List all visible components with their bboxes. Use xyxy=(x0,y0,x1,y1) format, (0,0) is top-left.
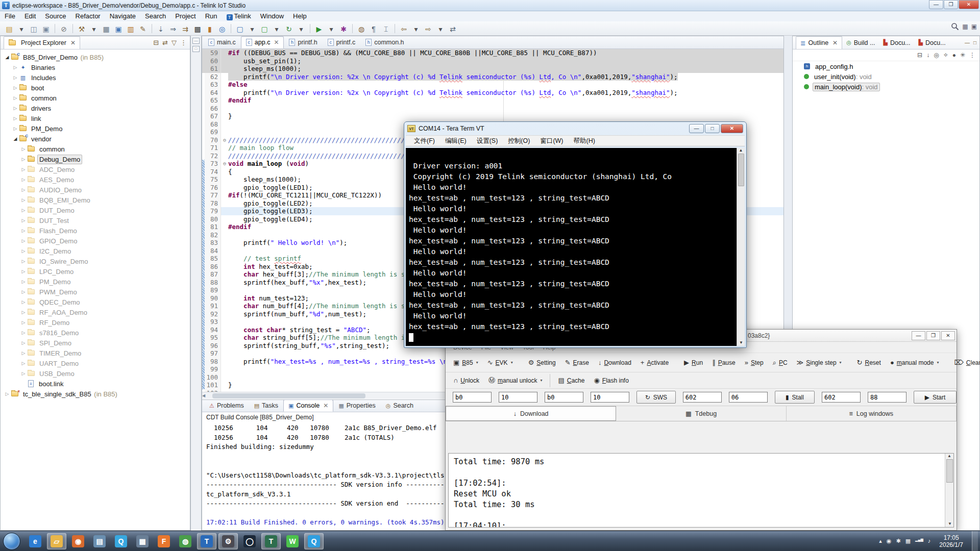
bdt-field-start-0[interactable] xyxy=(822,392,861,403)
hide-fields-icon[interactable]: ◎ xyxy=(934,52,939,59)
dropdown-arrow-icon[interactable]: ▾ xyxy=(511,360,513,365)
taskbar-telink-iot-studio[interactable]: T xyxy=(197,533,216,549)
tree-item-gpio_demo[interactable]: ▷GPIO_Demo xyxy=(1,236,190,246)
taskbar-chrome[interactable]: ◍ xyxy=(176,533,195,549)
filter-icon[interactable]: ▽ xyxy=(172,39,177,46)
tree-item-uart_demo[interactable]: ▷UART_Demo xyxy=(1,358,190,368)
tree-arrow-icon[interactable]: ▷ xyxy=(20,208,27,213)
bdt-field-addr-2[interactable] xyxy=(545,392,583,403)
tree-arrow-icon[interactable]: ▷ xyxy=(20,146,27,152)
link-with-editor-icon[interactable]: ✳ xyxy=(960,52,965,59)
c-perspective-icon[interactable]: ▣ xyxy=(971,23,977,30)
scrollbar-thumb[interactable] xyxy=(738,154,744,186)
close-button[interactable]: ✕ xyxy=(959,0,979,9)
trim-icon[interactable]: ⌶ xyxy=(380,23,391,34)
inspect-icon[interactable]: ◎ xyxy=(216,23,228,34)
bdt-field-addr-0[interactable] xyxy=(453,392,492,403)
close-tab-icon[interactable]: ✕ xyxy=(274,39,279,46)
editor-tab-main-c[interactable]: cmain.c xyxy=(203,36,241,48)
tray-app-2-icon[interactable]: ✱ xyxy=(896,538,900,544)
new-header-icon[interactable]: ▢ xyxy=(259,23,270,34)
show-desktop-button[interactable] xyxy=(972,531,978,551)
bdt-erase-button[interactable]: ✎Erase xyxy=(560,356,594,369)
bdt-unlock-button[interactable]: ∩Unlock xyxy=(449,374,484,387)
project-tree[interactable]: ◢CB85_Driver_Demo (in B85)▷✦Binaries▷▥In… xyxy=(1,49,190,528)
taskbar-media-player[interactable]: ◉ xyxy=(68,533,88,549)
volume-icon[interactable]: ♪ xyxy=(928,538,931,544)
tab-properties[interactable]: ▦Properties xyxy=(333,399,380,412)
forward-icon[interactable]: ⇨ xyxy=(423,23,434,34)
hide-non-public-icon[interactable]: ● xyxy=(952,52,956,59)
coverage-icon[interactable]: ◍ xyxy=(356,23,367,34)
last-edit-icon[interactable]: ⇄ xyxy=(447,23,458,34)
run-dropdown-icon[interactable]: ▾ xyxy=(326,23,337,34)
bdt-field-stall-0[interactable] xyxy=(683,392,722,403)
taskbar-tera-term[interactable]: T xyxy=(261,533,281,549)
bdt-pc-button[interactable]: ⌕PC xyxy=(768,356,792,369)
close-tab-icon[interactable]: ✕ xyxy=(323,402,328,409)
bdt-manual-unlock-button[interactable]: Ⓜmanual unlock▾ xyxy=(484,373,547,388)
tree-item-usb_demo[interactable]: ▷USB_Demo xyxy=(1,368,190,379)
link-editor-icon[interactable]: ⇄ xyxy=(162,39,168,46)
tree-item-boot[interactable]: ▷boot xyxy=(1,83,190,93)
tab-console[interactable]: ▣Console✕ xyxy=(283,399,333,412)
tree-item-spi_demo[interactable]: ▷SPI_Demo xyxy=(1,338,190,348)
view-menu-icon[interactable]: ⋮ xyxy=(180,39,187,46)
tree-arrow-icon[interactable]: ▷ xyxy=(20,289,27,294)
teraterm-close-button[interactable]: ✕ xyxy=(721,124,743,133)
bdt-minimize-button[interactable]: — xyxy=(912,331,925,340)
outline-tab-docu[interactable]: ▙Docu... xyxy=(915,36,950,49)
tree-item-common[interactable]: ▷common xyxy=(1,144,190,154)
menu-source[interactable]: Source xyxy=(40,11,70,21)
editor-tab-common-h[interactable]: hcommon.h xyxy=(360,36,409,48)
tree-arrow-icon[interactable]: ▷ xyxy=(20,340,27,345)
tree-item-debug_demo[interactable]: ▷Debug_Demo xyxy=(1,154,190,164)
tree-arrow-icon[interactable]: ◢ xyxy=(4,55,11,60)
tree-arrow-icon[interactable]: ▷ xyxy=(12,116,19,121)
taskbar-calculator[interactable]: ▦ xyxy=(133,533,152,549)
network-icon[interactable]: ▂▄▆ xyxy=(915,538,923,544)
minimize-view-icon[interactable]: — xyxy=(965,40,970,45)
taskbar-chat-app[interactable]: Q xyxy=(304,533,324,549)
tree-item-pm_demo[interactable]: ▷PM_Demo xyxy=(1,277,190,287)
close-tab-icon[interactable]: ✕ xyxy=(70,39,76,46)
annotate-icon[interactable]: ¶ xyxy=(368,23,379,34)
tree-item-timer_demo[interactable]: ▷TIMER_Demo xyxy=(1,348,190,358)
scrollbar-thumb[interactable] xyxy=(946,459,953,483)
bdt-manual-mode-button[interactable]: ●manual mode▾ xyxy=(886,356,944,369)
tree-item-rf_demo[interactable]: ▷RF_Demo xyxy=(1,317,190,328)
tree-arrow-icon[interactable]: ▷ xyxy=(20,269,27,274)
bdt-tab-download[interactable]: ↓Download xyxy=(446,406,616,421)
taskbar-steam[interactable]: ◯ xyxy=(240,533,259,549)
tree-arrow-icon[interactable]: ▷ xyxy=(20,350,27,356)
outline-tab-build[interactable]: ◎Build ... xyxy=(842,36,879,49)
dropdown-arrow-icon[interactable]: ▾ xyxy=(476,360,478,365)
bdt-reset-button[interactable]: ↻Reset xyxy=(852,356,886,369)
dropdown-arrow-icon[interactable]: ▾ xyxy=(840,360,842,365)
new-c-dropdown-icon[interactable]: ▾ xyxy=(247,23,258,34)
tree-arrow-icon[interactable]: ◢ xyxy=(12,136,19,141)
bdt-tab-tdebug[interactable]: ▦Tdebug xyxy=(616,406,786,421)
menu-navigate[interactable]: Navigate xyxy=(105,11,140,21)
taskbar-wechat[interactable]: W xyxy=(283,533,302,549)
start-button[interactable] xyxy=(3,533,20,550)
tree-arrow-icon[interactable]: ▷ xyxy=(20,177,27,182)
sort-az-icon[interactable]: ↓ xyxy=(926,52,929,59)
teraterm-menu-S[interactable]: 设置(S) xyxy=(472,137,503,145)
taskbar-bdt-tool[interactable]: ⚙ xyxy=(218,533,238,549)
maximize-view-icon[interactable]: □ xyxy=(192,46,200,52)
bdt-stall-button[interactable]: ▮Stall xyxy=(775,391,815,404)
tree-item-b85_driver_demo[interactable]: ◢CB85_Driver_Demo (in B85) xyxy=(1,52,190,62)
skip-breakpoints-icon[interactable]: ⊘ xyxy=(58,23,69,34)
save-icon[interactable]: ◫ xyxy=(28,23,39,34)
back-icon[interactable]: ⇦ xyxy=(398,23,409,34)
tree-arrow-icon[interactable]: ▷ xyxy=(20,238,27,243)
chip-icon[interactable]: ▩ xyxy=(192,23,203,34)
tree-arrow-icon[interactable]: ▷ xyxy=(20,248,27,254)
bdt-restore-button[interactable]: ❐ xyxy=(926,331,940,340)
tree-item-pwm_demo[interactable]: ▷PWM_Demo xyxy=(1,287,190,297)
refresh-dropdown-icon[interactable]: ▾ xyxy=(296,23,307,34)
teraterm-menu-W[interactable]: 窗口(W) xyxy=(535,137,568,145)
tree-item-lpc_demo[interactable]: ▷LPC_Demo xyxy=(1,266,190,277)
open-console-icon[interactable]: ▣ xyxy=(113,23,124,34)
